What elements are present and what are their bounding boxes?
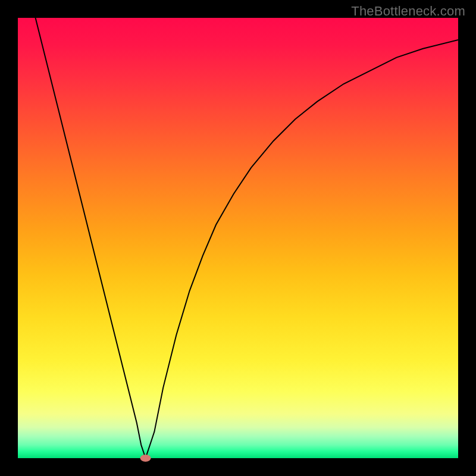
plot-area xyxy=(18,18,458,458)
minimum-marker xyxy=(140,455,151,462)
chart-svg xyxy=(18,18,458,458)
chart-frame: TheBottleneck.com xyxy=(0,0,476,476)
watermark-text: TheBottleneck.com xyxy=(351,4,465,19)
bottleneck-curve xyxy=(18,0,458,458)
